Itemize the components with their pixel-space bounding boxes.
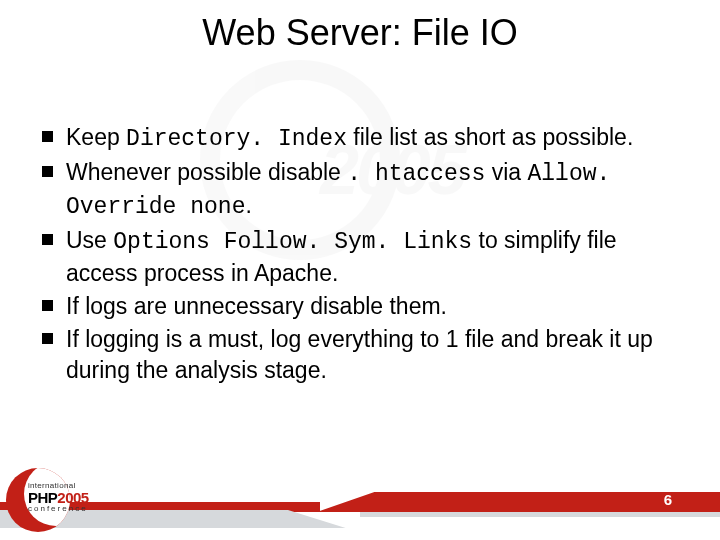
bullet-text: file list as short as possible. xyxy=(347,124,633,150)
bullet-text: . xyxy=(245,192,251,218)
bullet-item: Keep Directory. Index file list as short… xyxy=(38,122,678,155)
page-number: 6 xyxy=(664,491,672,508)
bullet-item: If logs are unnecessary disable them. xyxy=(38,291,678,322)
bullet-text: If logs are unnecessary disable them. xyxy=(66,293,447,319)
code-text: Directory. Index xyxy=(126,126,347,152)
bullet-text: via xyxy=(485,159,527,185)
slide-body: Keep Directory. Index file list as short… xyxy=(38,122,678,388)
bullet-text: Use xyxy=(66,227,113,253)
logo-line2: PHP2005 xyxy=(28,490,89,505)
bullet-item: If logging is a must, log everything to … xyxy=(38,324,678,386)
bullet-text: If logging is a must, log everything to … xyxy=(66,326,653,383)
code-text: . htaccess xyxy=(347,161,485,187)
conference-logo: international PHP2005 conference xyxy=(6,464,102,534)
slide: 2005 Web Server: File IO Keep Directory.… xyxy=(0,0,720,540)
bullet-text: Whenever possible disable xyxy=(66,159,347,185)
logo-line3: conference xyxy=(28,505,89,513)
bullet-list: Keep Directory. Index file list as short… xyxy=(38,122,678,386)
bullet-item: Whenever possible disable . htaccess via… xyxy=(38,157,678,223)
code-text: Options Follow. Sym. Links xyxy=(113,229,472,255)
logo-text: international PHP2005 conference xyxy=(28,482,89,513)
bullet-text: Keep xyxy=(66,124,126,150)
slide-title: Web Server: File IO xyxy=(0,12,720,54)
bullet-item: Use Options Follow. Sym. Links to simpli… xyxy=(38,225,678,289)
